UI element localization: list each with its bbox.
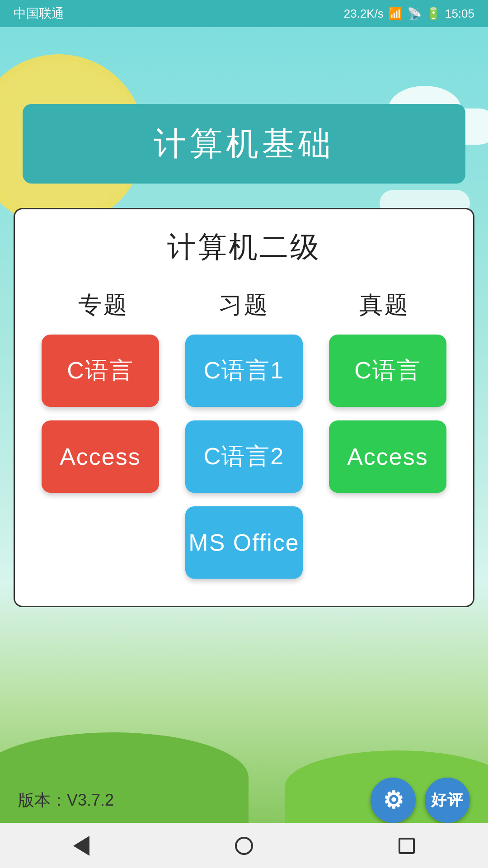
bottom-buttons: ⚙ 好评 xyxy=(371,778,470,823)
btn-cell-r1c1: C语言 xyxy=(33,335,168,407)
btn-c-lang-topic[interactable]: C语言 xyxy=(42,335,159,407)
gear-icon: ⚙ xyxy=(383,787,404,814)
card-title-text: 计算机二级 xyxy=(167,231,321,263)
signal-icon: 📡 xyxy=(407,7,422,21)
review-button[interactable]: 好评 xyxy=(425,778,470,823)
btn-cell-r2c3: Access xyxy=(320,420,455,493)
btn-access-real[interactable]: Access xyxy=(329,420,446,493)
recents-icon xyxy=(399,838,415,854)
btn-cell-r3c2: MS Office xyxy=(177,506,311,579)
columns-header: 专题 习题 真题 xyxy=(33,289,455,321)
col-header-1: 专题 xyxy=(33,289,174,321)
btn-c-lang-real[interactable]: C语言 xyxy=(329,335,446,407)
col-header-3: 真题 xyxy=(314,289,455,321)
btn-row-1: C语言 C语言1 C语言 xyxy=(33,335,455,407)
version-label: 版本：V3.7.2 xyxy=(18,789,114,811)
btn-cell-r1c3: C语言 xyxy=(320,335,455,407)
btn-row-2: Access C语言2 Access xyxy=(33,420,455,493)
home-icon xyxy=(235,837,253,855)
btn-cell-r3c1 xyxy=(33,506,168,579)
col-header-2: 习题 xyxy=(174,289,314,321)
btn-access-topic[interactable]: Access xyxy=(42,420,159,493)
subject-card: 计算机二级 专题 习题 真题 C语言 C语言1 C语言 Access C语言2 xyxy=(14,208,474,607)
time-label: 15:05 xyxy=(445,7,474,21)
bottom-bar: 版本：V3.7.2 ⚙ 好评 xyxy=(0,778,488,823)
wifi-icon: 📶 xyxy=(388,7,403,21)
review-label: 好评 xyxy=(431,790,464,811)
settings-button[interactable]: ⚙ xyxy=(371,778,416,823)
btn-c-lang2-exercise[interactable]: C语言2 xyxy=(185,420,303,493)
btn-c-lang1-exercise[interactable]: C语言1 xyxy=(185,335,303,407)
card-title-wrapper: 计算机二级 xyxy=(33,227,455,267)
btn-cell-r2c2: C语言2 xyxy=(177,420,311,493)
home-button[interactable] xyxy=(226,828,262,864)
main-title-text: 计算机基础 xyxy=(154,125,334,161)
nav-bar xyxy=(0,823,488,868)
battery-icon: 🔋 xyxy=(426,7,441,21)
recents-button[interactable] xyxy=(389,828,425,864)
btn-cell-r1c2: C语言1 xyxy=(177,335,311,407)
network-speed: 23.2K/s xyxy=(344,7,384,21)
btn-row-3: MS Office xyxy=(33,506,455,579)
back-button[interactable] xyxy=(63,828,99,864)
back-icon xyxy=(73,836,89,856)
btn-msoffice-exercise[interactable]: MS Office xyxy=(185,506,303,579)
btn-cell-r2c1: Access xyxy=(33,420,168,493)
buttons-grid: C语言 C语言1 C语言 Access C语言2 Access xyxy=(33,335,455,579)
main-title-banner: 计算机基础 xyxy=(23,104,465,184)
status-bar-right: 23.2K/s 📶 📡 🔋 15:05 xyxy=(344,7,474,21)
carrier-label: 中国联通 xyxy=(14,5,64,22)
status-bar: 中国联通 23.2K/s 📶 📡 🔋 15:05 xyxy=(0,0,488,27)
btn-cell-r3c3 xyxy=(320,506,455,579)
